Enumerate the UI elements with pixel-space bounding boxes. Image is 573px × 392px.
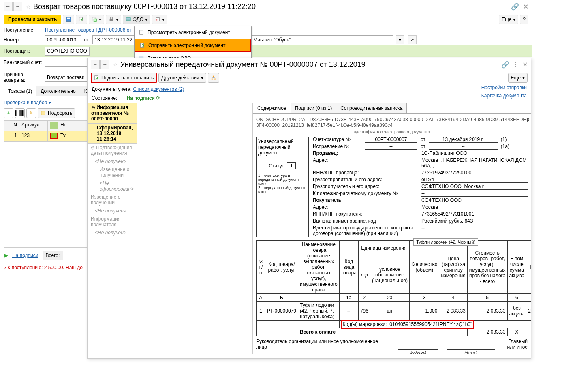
svg-rect-14 xyxy=(139,57,144,58)
activity-formed: Сформирован, 13.12.2019 11:26:14 xyxy=(88,123,137,144)
reason-input[interactable] xyxy=(45,73,90,82)
activity-sender-info[interactable]: ⊖ Информация отправителя № 00РТ-00000... xyxy=(88,103,137,123)
nav-back-button[interactable]: ← xyxy=(4,2,13,11)
number-label: Номер: xyxy=(4,37,43,43)
add-row-button[interactable]: + xyxy=(4,108,13,118)
doc-tabs: Содержимое Подписи (0 из 1) Сопроводител… xyxy=(253,103,531,114)
reason-label: Причина возврата: xyxy=(4,72,43,83)
upd-window: ← → ☆ Универсальный передаточный докумен… xyxy=(87,58,531,359)
main-titlebar: ← → ☆ Возврат товаров поставщику 00РТ-00… xyxy=(0,0,532,13)
main-title: Возврат товаров поставщику 00РТ-000013 о… xyxy=(33,2,511,11)
more-button[interactable]: Еще ▾ xyxy=(499,15,518,24)
favorite-icon[interactable]: ☆ xyxy=(26,3,31,10)
total-row: Всего к оплате 2 083,33 X xyxy=(256,328,531,336)
doc-tab-note[interactable]: Сопроводительная записка xyxy=(336,103,407,113)
sign-and-send-button[interactable]: Подписать и отправить xyxy=(91,73,157,83)
main-toolbar: Провести и закрыть ▾ ▾ ЭДО ▾ ▾ Еще ▾ ? П… xyxy=(0,13,532,26)
store-input[interactable] xyxy=(251,35,393,44)
grid-col-n[interactable]: N xyxy=(4,121,19,131)
status-row: Состояние: На подписи ⟳ xyxy=(88,94,531,103)
upd-close-icon[interactable]: ✕ xyxy=(522,61,528,69)
status-note-2: 2 – передаточный документ (акт) xyxy=(258,186,307,194)
doc-tab-content[interactable]: Содержимое xyxy=(253,103,291,113)
upd-link-icon[interactable]: 🔗 xyxy=(501,61,509,69)
upd-name: Универсальный передаточный документ xyxy=(258,139,307,156)
supplier-input[interactable] xyxy=(45,47,90,56)
post-and-close-button[interactable]: Провести и закрыть xyxy=(4,15,61,24)
close-icon[interactable]: ✕ xyxy=(523,3,528,11)
save-button[interactable] xyxy=(63,15,74,24)
activity-receipt-notice-1[interactable]: Извещение о получении xyxy=(88,165,137,179)
post-button[interactable] xyxy=(76,15,87,24)
svg-rect-4 xyxy=(94,19,97,21)
tab-extra[interactable]: Дополнительно xyxy=(36,86,80,96)
grid-col-article[interactable]: Артикул xyxy=(19,121,48,131)
svg-rect-19 xyxy=(213,76,214,77)
svg-rect-8 xyxy=(126,19,131,21)
receipt-row: Поступление: Поступление товаров ТДРТ-00… xyxy=(0,26,532,34)
date-input[interactable] xyxy=(92,35,137,44)
hierarchy-button[interactable] xyxy=(208,73,219,83)
link-icon[interactable]: 🔗 xyxy=(511,3,519,11)
doc-card-link[interactable]: Карточка документа xyxy=(481,93,527,99)
docs-list-link[interactable]: Список документов (2) xyxy=(133,86,184,92)
create-based-button[interactable]: ▾ xyxy=(89,15,104,24)
upd-left-panel: Универсальный передаточный документ Стат… xyxy=(256,137,309,237)
activity-date-confirm[interactable]: ⊖ Подтверждение даты получения xyxy=(88,144,137,157)
grid-col-marking[interactable] xyxy=(48,121,58,131)
receipt-link[interactable]: Поступление товаров ТДРТ-000006 от xyxy=(45,27,132,33)
upd-nav-forward[interactable]: → xyxy=(100,60,109,69)
report-button[interactable]: ▾ xyxy=(152,15,167,24)
doc-id-label: идентификатор электронного документа xyxy=(256,130,528,134)
doc-identifier: ON_SCHFDOPPR_2AL-D820E3E6-D73F-443E-A090… xyxy=(256,117,528,128)
activity-not-received-2: <Не получен> xyxy=(88,207,137,215)
tab-goods[interactable]: Товары (1) xyxy=(4,86,36,96)
invoice-header: Универсальный передаточный документ Стат… xyxy=(256,137,528,237)
number-input[interactable] xyxy=(45,35,81,44)
edo-dropdown-button[interactable]: ЭДО ▾ xyxy=(123,15,150,24)
status-note-1: 1 – счет-фактура и передаточный документ… xyxy=(258,174,307,186)
activity-list: ⊖ Информация отправителя № 00РТ-00000...… xyxy=(88,103,137,354)
on-sign-link[interactable]: На подписи xyxy=(12,253,38,258)
help-button[interactable]: ? xyxy=(520,15,528,24)
activity-not-received-1: <Не получен> xyxy=(88,157,137,165)
marking-status-icon xyxy=(50,133,58,139)
document-icon xyxy=(139,30,144,35)
send-icon xyxy=(94,75,100,81)
other-actions-button[interactable]: Другие действия ▾ xyxy=(158,73,206,83)
send-settings-link[interactable]: Настройки отправки xyxy=(481,85,527,90)
upd-more-button[interactable]: Еще ▾ xyxy=(508,73,528,83)
edit-row-button[interactable]: ✎ xyxy=(26,108,36,118)
total-label: Всего: xyxy=(43,251,63,260)
edo-menu-view[interactable]: Просмотреть электронный документ xyxy=(135,26,251,39)
upd-body: ⊖ Информация отправителя № 00РТ-00000...… xyxy=(88,103,531,354)
send-document-icon xyxy=(139,43,145,48)
select-button[interactable]: Подобрать xyxy=(38,108,75,118)
barcode-button[interactable]: ▌║▌ xyxy=(15,108,25,118)
nav-forward-button[interactable]: → xyxy=(13,2,22,11)
status-value: На подписи xyxy=(127,95,155,101)
svg-rect-5 xyxy=(110,19,113,21)
print-button[interactable]: ▾ xyxy=(106,15,121,24)
upd-menu-icon[interactable]: ⋮ xyxy=(513,61,519,69)
upd-nav-back[interactable]: ← xyxy=(91,60,100,69)
status-label: Состояние: xyxy=(92,95,117,101)
bank-input[interactable] xyxy=(45,58,90,67)
svg-rect-11 xyxy=(158,18,158,20)
svg-rect-21 xyxy=(214,79,216,80)
doc-tab-signatures[interactable]: Подписи (0 из 1) xyxy=(291,103,337,113)
check-and-select-link[interactable]: Проверка и подбор ▾ xyxy=(4,100,51,105)
to-receipt-text: › К поступлению: 2 500,00. Наш до xyxy=(4,265,83,270)
store-open-button[interactable]: ↗ xyxy=(408,35,417,44)
upd-favorite-icon[interactable]: ☆ xyxy=(113,61,118,68)
marking-code-highlight: Код(ы) маркировки: 010405915569905421IPN… xyxy=(341,320,474,329)
expand-icon[interactable]: ▶ xyxy=(4,253,8,258)
signature-block: Руководитель организации или иное уполно… xyxy=(256,338,528,350)
edo-menu-send[interactable]: Отправить электронный документ xyxy=(135,39,251,52)
activity-recipient-info[interactable]: Информация получателя xyxy=(88,215,137,229)
activity-receipt-notice-2[interactable]: Извещение о получении xyxy=(88,193,137,207)
refresh-status-icon[interactable]: ⟳ xyxy=(156,95,160,101)
store-select-button[interactable]: ▾ xyxy=(396,35,404,44)
document-view: Содержимое Подписи (0 из 1) Сопроводител… xyxy=(252,103,531,354)
svg-rect-7 xyxy=(126,18,131,19)
